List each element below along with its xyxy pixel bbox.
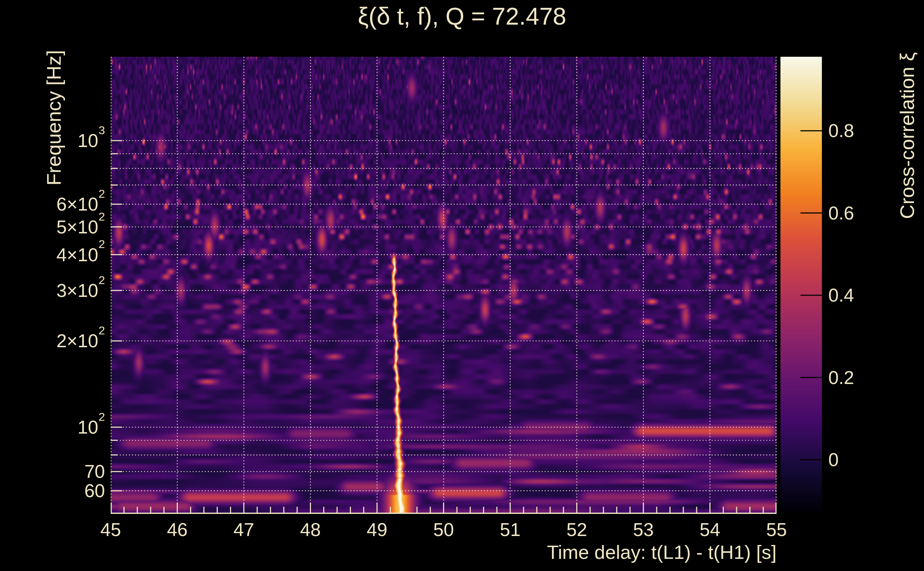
y-tick-label: 102 — [0, 417, 105, 438]
spectrogram-canvas — [111, 57, 777, 514]
y-tick-label: 60 — [0, 480, 105, 502]
x-tick-label: 48 — [300, 519, 321, 540]
y-tick-label: 3×102 — [0, 280, 105, 301]
y-tick-label: 5×102 — [0, 216, 105, 238]
x-axis-label: Time delay: t(L1) - t(H1) [s] — [547, 541, 777, 563]
y-axis-label: Frequency [Hz] — [42, 50, 65, 185]
y-tick-label: 6×102 — [0, 193, 105, 215]
colorbar-tick-label: 0.6 — [828, 202, 854, 224]
x-tick-label: 55 — [766, 519, 787, 540]
colorbar-tick-label: 0.2 — [828, 367, 854, 388]
x-tick-label: 54 — [700, 519, 720, 540]
y-tick-label: 2×102 — [0, 330, 105, 352]
chart-title: ξ(δ t, f), Q = 72.478 — [0, 2, 924, 30]
y-tick-label: 4×102 — [0, 244, 105, 265]
colorbar-canvas — [780, 57, 822, 513]
colorbar-tick-label: 0.4 — [828, 284, 854, 306]
colorbar-tick-label: 0.8 — [828, 120, 854, 141]
x-tick-label: 47 — [233, 519, 254, 540]
x-tick-label: 50 — [433, 519, 454, 540]
x-tick-label: 53 — [633, 519, 654, 540]
y-tick-label: 70 — [0, 461, 105, 482]
x-tick-label: 45 — [100, 519, 121, 540]
x-tick-label: 49 — [367, 519, 387, 540]
colorbar-label: Cross-correlation ξ — [895, 52, 919, 219]
y-tick-label: 103 — [0, 130, 105, 151]
x-tick-label: 52 — [567, 519, 587, 540]
figure: ξ(δ t, f), Q = 72.478 Frequency [Hz] 103… — [0, 0, 924, 571]
colorbar-tick-label: 0 — [828, 449, 839, 471]
x-tick-label: 51 — [500, 519, 521, 540]
x-tick-label: 46 — [167, 519, 188, 540]
